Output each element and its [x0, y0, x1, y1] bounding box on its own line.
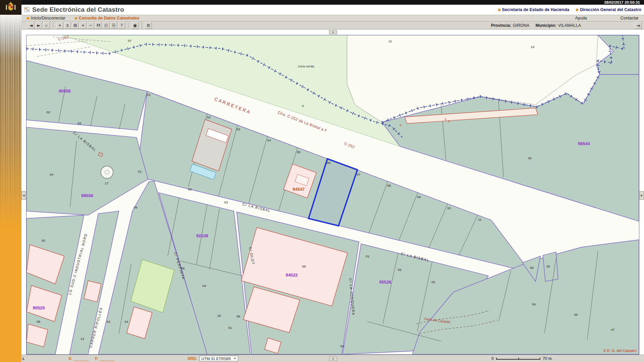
bullet-icon [27, 17, 29, 19]
map-label-num: 54 [532, 302, 536, 306]
clock: 28/02/2017 20:50:31 [604, 0, 640, 4]
help-cursor-icon[interactable]: ? [118, 22, 125, 29]
top-status-strip: 28/02/2017 20:50:31 [0, 0, 644, 5]
left-banner [0, 15, 21, 362]
back-icon[interactable]: ◄ [28, 22, 35, 29]
map-label-num: 47 [611, 328, 614, 331]
map-label-num: 02 [188, 187, 192, 191]
map-label-num: 02 [207, 115, 211, 119]
measure-icon[interactable]: M [95, 22, 102, 29]
exit-icon[interactable]: ⇥ [635, 22, 642, 29]
layers-icon[interactable]: ≣ [145, 22, 152, 29]
toolbar-icon-group: ◄►⌕⌖±⊞+−M⎙⎘?◉≣ [27, 22, 152, 29]
map-label-pid: 89556 [81, 193, 93, 198]
map-label-num: 03 [431, 280, 435, 284]
map-label-num: 17 [105, 181, 108, 185]
map-label-zona: zona verda [298, 64, 314, 68]
map-label-num: 03 [77, 121, 81, 125]
cadastral-map[interactable]: 9055689556925399452295526905209854494547… [26, 35, 639, 354]
municipality-value: VILAMALLA [558, 23, 581, 28]
menu-contactar[interactable]: Contactar [621, 16, 639, 20]
link-direccion-catastro[interactable]: Dirección General del Catastro [576, 7, 641, 12]
link-secretaria-hacienda[interactable]: Secretaría de Estado de Hacienda [498, 7, 570, 12]
catastro-app: 28/02/2017 20:50:31 Sede Electrónica del… [0, 0, 644, 362]
spain-coat-of-arms-logo [0, 0, 21, 15]
map-label-num: 55 [546, 264, 550, 268]
map-label-num: 01 [228, 326, 232, 329]
toolbar-location-group: Provincia: GIRONA Municipio: VILAMALLA ⇥ [491, 22, 644, 29]
circular-tank [101, 166, 113, 179]
map-label-num: 10 [447, 206, 451, 210]
map-label-num: 06 [236, 314, 240, 318]
map-toolbar: ◄►⌕⌖±⊞+−M⎙⎘?◉≣ Provincia: GIRONA Municip… [21, 21, 644, 29]
header-links: Secretaría de Estado de Hacienda Direcci… [498, 7, 641, 12]
map-label-tinyred: a [400, 123, 401, 127]
parcel-55[interactable] [543, 252, 558, 282]
map-label-num: 04 [267, 138, 271, 142]
coat-of-arms-icon [4, 1, 17, 14]
collapse-top-button[interactable]: ∧ [329, 30, 337, 34]
scale-bar: 0 70 m. [491, 356, 553, 361]
menu-label: Contactar [621, 16, 639, 20]
map-label-pid: 94522 [286, 273, 298, 278]
pan-icon[interactable]: ⌖ [56, 22, 63, 29]
y-label: Y: [95, 356, 98, 361]
scale-end-label: 70 m. [543, 356, 553, 361]
srs-select[interactable]: UTM 31 ETRS89 ▼ [200, 356, 238, 361]
province-label: Provincia: [491, 23, 511, 28]
menu-inicio-desconectar[interactable]: Inicio/Desconectar [27, 16, 65, 20]
city-photo [0, 15, 21, 229]
corner-mark: L [22, 357, 25, 361]
map-label-num: 49 [574, 313, 578, 316]
map-label-num: 11 [388, 39, 392, 43]
map-label-pid: 98544 [578, 141, 590, 146]
status-bar: L X: ______ Y: ______ SRS: UTM 31 ETRS89… [21, 355, 644, 362]
map-label-num: 01 [107, 320, 110, 323]
locate-pin-icon[interactable]: ◉ [131, 22, 139, 29]
collapse-left-button[interactable]: ◄ [21, 191, 26, 200]
menu-right-group: Ayuda Contactar [575, 16, 644, 20]
map-label-pid: 90520 [33, 305, 45, 310]
map-label-copy: © D. G. del Catastro [603, 349, 636, 353]
map-label-pid: 92539 [196, 233, 208, 238]
collapse-bottom-button[interactable]: ∨ [329, 356, 337, 361]
zoom-in-icon[interactable]: + [79, 22, 87, 29]
x-label: X: [68, 356, 72, 361]
map-label-num: 56 [530, 266, 534, 269]
map-label-pid: 90556 [59, 88, 71, 94]
map-label-num: 04 [340, 344, 344, 348]
map-label-num: 03 [224, 200, 228, 204]
toolbar-separator [142, 22, 142, 28]
map-label-num: 03 [236, 127, 240, 131]
map-label-num: 06 [134, 206, 138, 209]
forward-icon[interactable]: ► [35, 22, 42, 29]
map-label-pid: 95526 [379, 280, 391, 285]
map-label-num: 05 [297, 150, 301, 154]
x-value-blank: ______ [74, 356, 89, 361]
map-label-num: 12 [531, 45, 535, 49]
zoom-search-icon[interactable]: ⌕ [43, 22, 50, 29]
map-label-num: 18 [217, 314, 221, 317]
menu-bar: Inicio/Desconectar Consulta de Datos Cat… [21, 15, 644, 21]
print-icon[interactable]: ⎙ [103, 22, 110, 29]
map-label-num: 4 [302, 104, 304, 108]
srs-label: SRS: [187, 356, 197, 361]
srs-selected-value: UTM 31 ETRS89 [202, 357, 231, 361]
map-label-num: 02 [528, 156, 532, 160]
map-label-num: 02 [398, 268, 401, 272]
menu-ayuda[interactable]: Ayuda [575, 16, 587, 20]
print-preview-icon[interactable]: ⎘ [110, 22, 117, 29]
window-icon [24, 7, 30, 12]
bullet-icon [498, 9, 500, 11]
zoom-out-icon[interactable]: − [87, 22, 94, 29]
collapse-right-button[interactable]: ► [640, 191, 644, 200]
menu-consulta-datos[interactable]: Consulta de Datos Catastrales [75, 16, 140, 20]
link-label: Dirección General del Catastro [580, 7, 641, 12]
zoom-window-icon[interactable]: ⊞ [72, 22, 79, 29]
zoom-selection-icon[interactable]: ± [64, 22, 71, 29]
bullet-icon [75, 17, 77, 19]
map-label-num: 08 [387, 184, 391, 187]
chevron-down-icon: ▼ [233, 357, 236, 360]
map-viewport[interactable]: 9055689556925399452295526905209854494547… [26, 35, 639, 355]
map-label-num: 02 [46, 110, 50, 114]
